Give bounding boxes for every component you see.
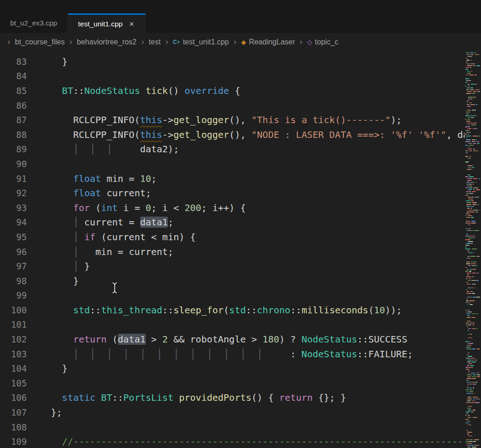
code-text: RCLCPP_INFO(this->get_logger(), "This is… (51, 114, 402, 125)
token: chrono (257, 305, 290, 316)
token: : (290, 348, 302, 360)
code-line[interactable]: 85 BT::NodeStatus tick() override { (0, 83, 465, 98)
line-number: 104 (0, 363, 27, 373)
breadcrumb-item-readinglaser[interactable]: ◈ReadingLaser (241, 38, 295, 46)
token: } (51, 56, 68, 67)
code-line[interactable]: 86 (0, 98, 465, 113)
code-text: │ │ │ │ │ │ │ │ │ │ │ │ : NodeStatus::FA… (51, 348, 413, 360)
token: return (279, 392, 313, 403)
code-line[interactable]: 89 │ │ │ data2); (0, 142, 465, 157)
code-line[interactable]: 87 RCLCPP_INFO(this->get_logger(), "This… (0, 112, 465, 127)
code-editor[interactable]: 83 }8485 BT::NodeStatus tick() override … (0, 51, 481, 448)
token: -> (162, 129, 173, 140)
code-text: for (int i = 0; i < 200; i++) { (51, 202, 246, 213)
close-tab-icon[interactable]: × (128, 20, 135, 28)
token: float (73, 187, 101, 199)
token: } (51, 363, 68, 374)
code-line[interactable]: 101 (0, 317, 465, 332)
breadcrumb-item-test[interactable]: test (149, 38, 161, 46)
chevron-right-icon: › (297, 37, 305, 48)
code-line[interactable]: 100 std::this_thread::sleep_for(std::chr… (0, 303, 465, 317)
code-line[interactable]: 103 │ │ │ │ │ │ │ │ │ │ │ │ : NodeStatus… (0, 347, 465, 361)
token: sleep_for (173, 305, 223, 316)
token: > (146, 334, 162, 345)
code-line[interactable]: 91 float min = 10; (0, 171, 465, 186)
code-line[interactable]: 105 (0, 376, 465, 391)
code-line[interactable]: 107}; (0, 405, 465, 420)
code-text: BT::NodeStatus tick() override { (51, 85, 240, 96)
code-line[interactable]: 93 for (int i = 0; i < 200; i++) { (0, 200, 465, 215)
line-number: 105 (0, 378, 27, 388)
line-number: 86 (0, 100, 27, 111)
chevron-right-icon: › (138, 37, 147, 48)
minimap[interactable] (465, 51, 481, 448)
breadcrumb-item-bt-course-files[interactable]: bt_course_files (15, 38, 65, 46)
code-line[interactable]: 102 return (data1 > 2 && robotAngle > 18… (0, 332, 465, 347)
line-number: 90 (0, 159, 27, 169)
token: this_thread (101, 305, 162, 316)
code-line[interactable]: 90 (0, 156, 465, 171)
token: 10 (140, 173, 151, 184)
token: this (140, 114, 162, 125)
token: :: (290, 305, 302, 316)
token: RCLCPP_INFO( (51, 129, 140, 140)
token: ; (168, 217, 173, 228)
code-line[interactable]: 95 │ if (current < min) { (0, 230, 465, 244)
token: ::SUCCESS (357, 334, 407, 345)
line-number: 107 (0, 407, 27, 417)
line-number: 92 (0, 188, 27, 198)
token: ); (391, 114, 402, 125)
token: (), (229, 129, 251, 140)
code-line[interactable]: 84 (0, 69, 465, 84)
code-line[interactable]: 83 } (0, 54, 465, 69)
token: min = (101, 173, 140, 184)
token: RCLCPP_INFO( (51, 114, 140, 125)
breadcrumb-item-topic-c[interactable]: ◇topic_c (307, 38, 338, 46)
token: │ (51, 246, 84, 257)
tab-label: bt_u2_ex3.cpp (10, 19, 57, 27)
breadcrumb-item-test-unit1-cpp[interactable]: C+test_unit1.cpp (173, 38, 229, 46)
token (140, 85, 146, 96)
code-line[interactable]: 88 RCLCPP_INFO(this->get_logger(), "NODE… (0, 127, 465, 142)
line-number: 93 (0, 203, 27, 213)
tab-test-unit1-cpp[interactable]: test_unit1.cpp× (68, 13, 146, 33)
token: for (73, 202, 90, 213)
code-text: }; (51, 407, 62, 418)
token: int (101, 202, 117, 213)
token (95, 392, 101, 403)
code-line[interactable]: 99 (0, 288, 465, 303)
breadcrumb-label: topic_c (315, 38, 339, 46)
line-number: 106 (0, 392, 27, 403)
code-line[interactable]: 108 (0, 420, 465, 435)
token (51, 392, 62, 403)
token: "NODE : LASER DATA ===>: '%f' '%f'" (252, 129, 446, 140)
mouse-ibeam-cursor (111, 281, 118, 294)
token (173, 392, 179, 403)
line-number: 100 (0, 305, 27, 315)
code-line[interactable]: 94 │ current = data1; (0, 215, 465, 230)
token: )); (385, 305, 402, 316)
code-line[interactable]: 92 float current; (0, 186, 465, 200)
breadcrumb-item-behaviortree-ros2[interactable]: behaviortree_ros2 (77, 38, 136, 46)
token: data2); (140, 143, 179, 155)
line-number: 89 (0, 144, 27, 154)
token: std (229, 305, 246, 316)
code-line[interactable]: 98 } (0, 274, 465, 288)
code-line[interactable]: 104 } (0, 361, 465, 376)
code-lines: 83 }8485 BT::NodeStatus tick() override … (0, 54, 465, 448)
tab-bt-u2-ex3-cpp[interactable]: bt_u2_ex3.cpp (0, 13, 68, 33)
token: 2 (162, 334, 168, 345)
code-line[interactable]: 106 static BT::PortsList providedPorts()… (0, 391, 465, 405)
code-line[interactable]: 97 │ } (0, 259, 465, 274)
token: float (73, 173, 101, 184)
token (51, 85, 62, 96)
token (51, 173, 73, 184)
code-line[interactable]: 96 │ min = current; (0, 244, 465, 259)
code-line[interactable]: 109 //----------------------------------… (0, 434, 465, 448)
token: 0 (146, 202, 151, 213)
token (51, 187, 73, 199)
token: PortsList (123, 392, 173, 403)
token: min = current; (84, 246, 173, 257)
token: i = (118, 202, 146, 213)
line-number: 94 (0, 217, 27, 227)
